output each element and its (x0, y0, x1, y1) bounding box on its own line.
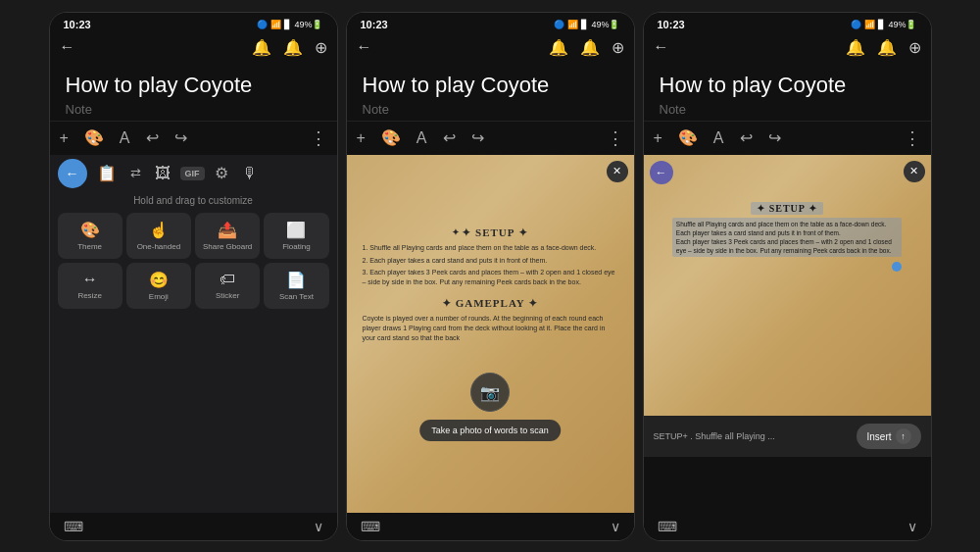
scan-close-btn-2[interactable]: ✕ (607, 161, 628, 182)
keyboard-extras-1: ← 📋 ⇄ 🖼 GIF ⚙ 🎙 (50, 155, 337, 192)
keyboard-area-1: ← 📋 ⇄ 🖼 GIF ⚙ 🎙 Hold and drag to customi… (50, 155, 337, 513)
scan-line-3-3: Each player takes 3 Peek cards and place… (676, 237, 898, 255)
keyboard-icon-3[interactable]: ⌨ (658, 519, 677, 534)
gif-btn[interactable]: GIF (180, 167, 205, 180)
one-handed-label: One-handed (137, 242, 180, 251)
more-toolbar-icon-2[interactable]: ⋮ (607, 127, 624, 149)
note-title-area-1: How to play Coyote Note (50, 61, 337, 121)
note-title-area-3: How to play Coyote Note (644, 61, 931, 121)
collapse-icon-3[interactable]: ∨ (907, 519, 917, 534)
bluetooth-icon-3: 🔵 (851, 20, 861, 29)
scan-text-item[interactable]: 📄 Scan Text (264, 263, 328, 309)
insert-btn-arrow-3: ↑ (896, 428, 911, 444)
scan-camera-circle-2[interactable]: 📷 (470, 373, 510, 412)
keyboard-icon-1[interactable]: ⌨ (64, 519, 83, 534)
format-toolbar-icon-1[interactable]: A (120, 129, 130, 147)
note-subtitle-3[interactable]: Note (660, 102, 915, 117)
add-icon-2[interactable]: ⊕ (612, 38, 624, 57)
toolbar-3: + 🎨 A ↩ ↪ ⋮ (644, 121, 931, 155)
status-icons-1: 🔵 📶 ▊ 49%🔋 (257, 20, 322, 29)
floating-icon: ⬜ (286, 221, 306, 239)
toolbar-1: + 🎨 A ↩ ↪ ⋮ (50, 121, 337, 155)
alert-icon-1[interactable]: 🔔 (283, 38, 303, 57)
note-title-1[interactable]: How to play Coyote (66, 73, 321, 98)
phone-2: 10:23 🔵 📶 ▊ 49%🔋 ← 🔔 🔔 ⊕ How to play Coy… (346, 12, 635, 541)
top-nav-1: ← 🔔 🔔 ⊕ (50, 34, 337, 61)
phones-container: 10:23 🔵 📶 ▊ 49%🔋 ← 🔔 🔔 ⊕ How to play Coy… (0, 0, 980, 552)
more-toolbar-icon-1[interactable]: ⋮ (310, 127, 327, 149)
emoji-toolbar-icon-3[interactable]: 🎨 (678, 128, 698, 147)
emoji-item[interactable]: 😊 Emoji (126, 263, 191, 309)
one-handed-item[interactable]: ☝ One-handed (126, 213, 191, 259)
gameplay-text-2: ✦ GAMEPLAY ✦ (442, 297, 538, 310)
resize-icon: ↔ (82, 271, 98, 288)
theme-item[interactable]: 🎨 Theme (58, 213, 122, 259)
keyboard-back-btn[interactable]: ← (58, 159, 87, 188)
undo-toolbar-icon-1[interactable]: ↩ (146, 128, 159, 147)
image-icon[interactable]: 🖼 (151, 161, 174, 186)
status-time-2: 10:23 (361, 19, 388, 30)
collapse-icon-1[interactable]: ∨ (314, 519, 323, 534)
share-gboard-icon: 📤 (218, 221, 237, 239)
add-icon-3[interactable]: ⊕ (908, 38, 921, 57)
emoji-toolbar-icon-2[interactable]: 🎨 (381, 128, 401, 147)
add-toolbar-icon-3[interactable]: + (654, 129, 662, 147)
add-toolbar-icon-2[interactable]: + (357, 129, 366, 147)
back-icon-2[interactable]: ← (357, 38, 372, 56)
floating-item[interactable]: ⬜ Floating (264, 213, 328, 259)
note-title-3[interactable]: How to play Coyote (660, 73, 915, 98)
settings-icon[interactable]: ⚙ (211, 160, 232, 186)
scan-body-highlighted-3: Shuffle all Playing cards and place them… (672, 218, 902, 257)
phone-1: 10:23 🔵 📶 ▊ 49%🔋 ← 🔔 🔔 ⊕ How to play Coy… (49, 12, 338, 541)
selection-dot-3 (892, 262, 902, 272)
one-handed-icon: ☝ (149, 221, 169, 239)
add-icon-1[interactable]: ⊕ (315, 38, 327, 57)
reminder-icon-2[interactable]: 🔔 (549, 38, 568, 57)
note-title-area-2: How to play Coyote Note (347, 61, 634, 121)
collapse-icon-2[interactable]: ∨ (611, 519, 620, 534)
note-title-2[interactable]: How to play Coyote (363, 73, 618, 98)
cursor-icon[interactable]: ⇄ (126, 162, 145, 184)
redo-toolbar-icon-1[interactable]: ↪ (174, 128, 187, 147)
insert-button-3[interactable]: Insert ↑ (857, 424, 920, 449)
add-toolbar-icon-1[interactable]: + (60, 129, 69, 147)
sticker-item[interactable]: 🏷 Sticker (195, 263, 260, 309)
clipboard-icon[interactable]: 📋 (93, 160, 121, 186)
wifi-icon: 📶 (270, 20, 281, 29)
toolbar-2: + 🎨 A ↩ ↪ ⋮ (347, 121, 634, 155)
back-icon-3[interactable]: ← (654, 38, 669, 56)
keyboard-icon-2[interactable]: ⌨ (361, 519, 380, 534)
alert-icon-2[interactable]: 🔔 (580, 38, 600, 57)
top-nav-3: ← 🔔 🔔 ⊕ (644, 34, 931, 61)
sticker-label: Sticker (216, 291, 239, 300)
format-toolbar-icon-2[interactable]: A (416, 129, 427, 147)
note-subtitle-2[interactable]: Note (363, 102, 618, 117)
more-toolbar-icon-3[interactable]: ⋮ (904, 127, 921, 149)
nav-bottom-2: ⌨ ∨ (347, 513, 634, 540)
redo-toolbar-icon-2[interactable]: ↪ (471, 128, 484, 147)
battery-icon: 49%🔋 (294, 20, 322, 29)
phone-3: 10:23 🔵 📶 ▊ 49%🔋 ← 🔔 🔔 ⊕ How to play Coy… (643, 12, 932, 541)
keyboard-grid: 🎨 Theme ☝ One-handed 📤 Share Gboard ⬜ Fl… (50, 209, 337, 313)
scan-back-btn-3[interactable]: ← (650, 161, 673, 184)
reminder-icon-1[interactable]: 🔔 (252, 38, 271, 57)
nav-bottom-1: ⌨ ∨ (50, 513, 337, 540)
scan-close-btn-3[interactable]: ✕ (904, 161, 925, 182)
back-icon-1[interactable]: ← (60, 38, 75, 56)
resize-item[interactable]: ↔ Resize (58, 263, 122, 309)
emoji-toolbar-icon-1[interactable]: 🎨 (84, 128, 104, 147)
reminder-icon-3[interactable]: 🔔 (846, 38, 865, 57)
status-time-3: 10:23 (658, 19, 685, 30)
format-toolbar-icon-3[interactable]: A (713, 129, 724, 147)
undo-toolbar-icon-2[interactable]: ↩ (443, 128, 456, 147)
gameplay-body-2: Coyote is played over a number of rounds… (347, 314, 634, 342)
share-gboard-item[interactable]: 📤 Share Gboard (195, 213, 260, 259)
note-subtitle-1[interactable]: Note (66, 102, 321, 117)
mic-icon[interactable]: 🎙 (238, 161, 262, 186)
redo-toolbar-icon-3[interactable]: ↪ (768, 128, 781, 147)
undo-toolbar-icon-3[interactable]: ↩ (740, 128, 753, 147)
status-bar-1: 10:23 🔵 📶 ▊ 49%🔋 (50, 13, 337, 34)
camera-icon-2: 📷 (480, 383, 500, 402)
nav-bottom-3: ⌨ ∨ (644, 513, 931, 540)
alert-icon-3[interactable]: 🔔 (877, 38, 897, 57)
